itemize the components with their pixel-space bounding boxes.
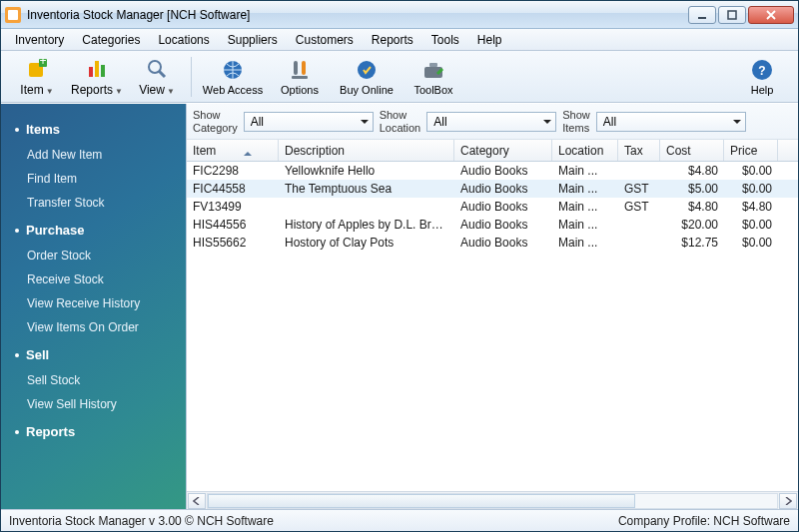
cell-loc: Main ... (552, 182, 618, 196)
toolbar-reports-button[interactable]: Reports▼ (67, 53, 127, 101)
menu-reports[interactable]: Reports (364, 31, 421, 49)
cart-icon (355, 58, 379, 82)
toolbar-webaccess-button[interactable]: Web Access (196, 53, 270, 101)
close-button[interactable] (748, 6, 794, 24)
svg-rect-6 (95, 61, 99, 77)
sidebar: Items Add New Item Find Item Transfer St… (1, 104, 186, 509)
cell-loc: Main ... (552, 218, 618, 232)
titlebar[interactable]: Inventoria Stock Manager [NCH Software] (1, 1, 798, 29)
col-category[interactable]: Category (454, 140, 552, 161)
scroll-thumb[interactable] (208, 494, 635, 508)
table-row[interactable]: FIC2298Yellowknife HelloAudio BooksMain … (187, 162, 798, 180)
svg-rect-11 (302, 61, 306, 75)
sidebar-item-find-item[interactable]: Find Item (1, 167, 186, 191)
sidebar-item-receive-stock[interactable]: Receive Stock (1, 267, 186, 291)
menu-help[interactable]: Help (469, 31, 510, 49)
toolbox-icon (421, 58, 445, 82)
cell-loc: Main ... (552, 200, 618, 214)
sidebar-section-purchase: Purchase Order Stock Receive Stock View … (1, 215, 186, 339)
toolbar-help-label: Help (751, 84, 774, 96)
cell-loc: Main ... (552, 164, 618, 178)
scroll-track[interactable] (207, 493, 778, 509)
sidebar-header-purchase[interactable]: Purchase (1, 215, 186, 244)
filter-category-select[interactable]: All (244, 112, 374, 132)
toolbar-help-button[interactable]: ? Help (732, 53, 792, 101)
cell-price: $0.00 (724, 182, 778, 196)
minimize-button[interactable] (688, 6, 716, 24)
sidebar-header-reports[interactable]: Reports (1, 416, 186, 445)
col-item[interactable]: Item (187, 140, 279, 161)
scroll-left-button[interactable] (188, 493, 206, 509)
sidebar-item-view-sell-history[interactable]: View Sell History (1, 392, 186, 416)
col-tax[interactable]: Tax (618, 140, 660, 161)
horizontal-scrollbar[interactable] (187, 491, 798, 509)
sidebar-header-sell[interactable]: Sell (1, 339, 186, 368)
table-row[interactable]: FIC44558The Temptuous SeaAudio BooksMain… (187, 180, 798, 198)
menu-suppliers[interactable]: Suppliers (220, 31, 286, 49)
sidebar-header-items[interactable]: Items (1, 114, 186, 143)
filter-location-select[interactable]: All (426, 112, 556, 132)
cell-tax: GST (618, 182, 660, 196)
svg-rect-0 (698, 17, 706, 19)
grid: Item Description Category Location Tax C… (187, 140, 798, 509)
scroll-right-button[interactable] (779, 493, 797, 509)
cell-price: $0.00 (724, 218, 778, 232)
cell-cost: $5.00 (660, 182, 724, 196)
filter-category-label: Show Category (193, 109, 238, 133)
menu-customers[interactable]: Customers (288, 31, 362, 49)
sidebar-item-order-stock[interactable]: Order Stock (1, 244, 186, 267)
sidebar-item-transfer-stock[interactable]: Transfer Stock (1, 191, 186, 215)
menu-categories[interactable]: Categories (74, 31, 148, 49)
cell-cat: Audio Books (454, 200, 552, 214)
reports-icon (85, 57, 109, 81)
app-icon (5, 7, 21, 23)
cell-desc: The Temptuous Sea (279, 182, 454, 196)
col-description[interactable]: Description (279, 140, 454, 161)
grid-body[interactable]: FIC2298Yellowknife HelloAudio BooksMain … (187, 162, 798, 491)
svg-text:+: + (39, 57, 46, 68)
svg-rect-12 (292, 76, 308, 79)
menu-inventory[interactable]: Inventory (7, 31, 72, 49)
cell-item: HIS44556 (187, 218, 279, 232)
chevron-down-icon: ▼ (46, 87, 54, 96)
toolbar-toolbox-button[interactable]: ToolBox (403, 53, 463, 101)
toolbar-view-button[interactable]: View▼ (127, 53, 187, 101)
cell-price: $0.00 (724, 164, 778, 178)
options-icon (288, 58, 312, 82)
col-location[interactable]: Location (552, 140, 618, 161)
body: Items Add New Item Find Item Transfer St… (1, 103, 798, 509)
col-cost[interactable]: Cost (660, 140, 724, 161)
cell-item: FIC44558 (187, 182, 279, 196)
svg-rect-15 (429, 63, 437, 67)
cell-price: $4.80 (724, 200, 778, 214)
toolbar-buyonline-button[interactable]: Buy Online (330, 53, 403, 101)
col-price[interactable]: Price (724, 140, 778, 161)
toolbar-separator (191, 57, 192, 97)
sidebar-item-view-items-on-order[interactable]: View Items On Order (1, 315, 186, 339)
cell-cat: Audio Books (454, 218, 552, 232)
svg-rect-1 (728, 11, 736, 19)
sidebar-item-sell-stock[interactable]: Sell Stock (1, 368, 186, 392)
toolbar-item-button[interactable]: + Item▼ (7, 53, 67, 101)
cell-cost: $4.80 (660, 164, 724, 178)
table-row[interactable]: HIS55662Hostory of Clay PotsAudio BooksM… (187, 234, 798, 252)
menu-tools[interactable]: Tools (423, 31, 467, 49)
filter-items-select[interactable]: All (596, 112, 746, 132)
table-row[interactable]: FV13499Audio BooksMain ...GST$4.80$4.80 (187, 198, 798, 216)
help-icon: ? (750, 58, 774, 82)
maximize-button[interactable] (718, 6, 746, 24)
sidebar-item-add-new-item[interactable]: Add New Item (1, 143, 186, 167)
table-row[interactable]: HIS44556History of Apples by D.L. Brewer… (187, 216, 798, 234)
filter-items-value: All (603, 115, 616, 129)
cell-cat: Audio Books (454, 164, 552, 178)
cell-desc: Yellowknife Hello (279, 164, 454, 178)
cell-desc: History of Apples by D.L. Brewer (279, 218, 454, 232)
app-window: Inventoria Stock Manager [NCH Software] … (0, 0, 799, 532)
cell-cost: $12.75 (660, 236, 724, 250)
window-title: Inventoria Stock Manager [NCH Software] (27, 8, 688, 22)
chevron-down-icon: ▼ (115, 87, 123, 96)
cell-item: FIC2298 (187, 164, 279, 178)
menu-locations[interactable]: Locations (150, 31, 217, 49)
toolbar-options-button[interactable]: Options (270, 53, 330, 101)
sidebar-item-view-receive-history[interactable]: View Receive History (1, 291, 186, 315)
